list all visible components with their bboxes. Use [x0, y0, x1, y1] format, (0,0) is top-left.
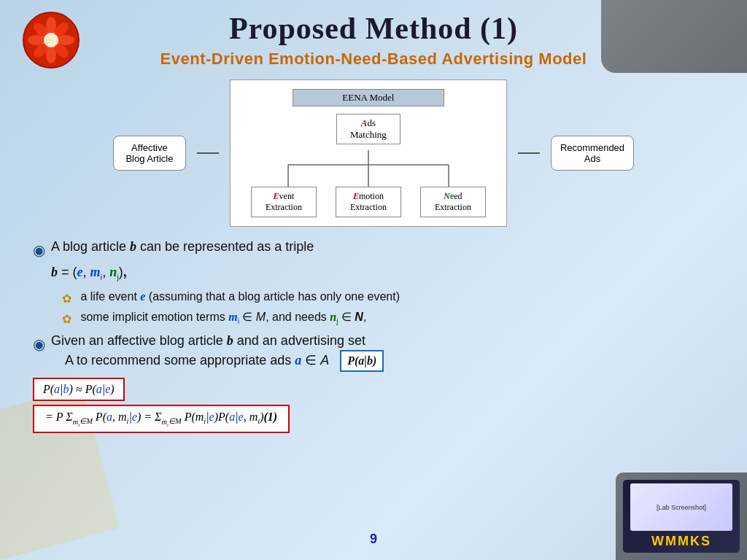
eena-model-box: EENA Model Ads Matching [230, 79, 507, 227]
sub-bullet-icon-2: ✿ [62, 311, 71, 327]
need-n: N [444, 191, 450, 201]
content-area: ◉ A blog article b can be represented as… [22, 238, 725, 372]
diagram-container: Affective Blog Article EENA Model Ads Ma… [22, 79, 725, 227]
wmmks-logo: [Lab Screenshot] WMMKS [623, 480, 740, 553]
page-number: 9 [370, 532, 377, 547]
right-arrow [518, 152, 540, 154]
formula-box-2: = P Σmi∈M P(a, mi|e) = Σmi∈M P(mi|e)P(a|… [33, 405, 290, 432]
ads-matching-box: Ads Matching [336, 114, 400, 144]
sub-bullet-2-text: some implicit emotion terms mi ∈ M, and … [77, 309, 366, 327]
wmmks-screenshot: [Lab Screenshot] [630, 483, 732, 531]
event-extraction-box: Event Extraction [251, 187, 317, 217]
left-box-line2: Blog Article [125, 153, 173, 164]
header: Proposed Method (1) [22, 11, 725, 46]
sub-bullet-1: ✿ a life event e (assuming that a blog a… [62, 289, 714, 307]
formula-2-content: = P Σmi∈M P(a, mi|e) = Σmi∈M P(mi|e)P(a|… [45, 411, 277, 423]
tree-branches: Event Extraction Emotion Extraction Need… [241, 187, 495, 217]
formula-1-content: P(a|b) ≈ P(a|e) [43, 383, 115, 395]
bullet-1: ◉ A blog article b can be represented as… [33, 238, 714, 260]
emotion-label: Extraction [350, 202, 387, 212]
logo [22, 11, 80, 69]
bullet-1-text: A blog article b can be represented as a… [51, 238, 314, 256]
need-rest: eed [450, 191, 462, 201]
right-box-line2: Ads [584, 153, 600, 164]
svg-point-10 [44, 33, 58, 47]
eena-label: EENA Model [293, 89, 445, 106]
diagram-left-box: Affective Blog Article [113, 136, 186, 171]
emotion-rest: motion [359, 191, 384, 201]
right-box-line1: Recommended [560, 142, 624, 153]
inline-formula-pab: P(a|b) [340, 350, 384, 372]
diagram-right-box: Recommended Ads [551, 136, 634, 171]
bullet-icon-1: ◉ [33, 240, 45, 260]
tree-connector-svg [244, 150, 492, 187]
emotion-e: E [353, 191, 359, 201]
formula-area: P(a|b) ≈ P(a|e) [22, 378, 725, 401]
bullet-3: ◉ Given an affective blog article b and … [33, 332, 714, 373]
formula-box-1: P(a|b) ≈ P(a|e) [33, 378, 125, 401]
left-arrow [197, 152, 219, 154]
bullet-2-text: b = (e, mi, nj), [51, 263, 127, 283]
need-extraction-box: Need Extraction [420, 187, 486, 217]
sub-bullet-icon-1: ✿ [62, 291, 71, 307]
event-label: Extraction [266, 202, 302, 212]
event-rest: vent [279, 191, 295, 201]
bullet-icon-3: ◉ [33, 334, 45, 354]
ads-matching: Ads Matching [241, 114, 495, 144]
wmmks-text: WMMKS [651, 534, 711, 549]
sub-bullet-2: ✿ some implicit emotion terms mi ∈ M, an… [62, 309, 714, 327]
left-box-line1: Affective [131, 142, 168, 153]
matching-label: Matching [350, 129, 387, 140]
formula-area-2: = P Σmi∈M P(a, mi|e) = Σmi∈M P(mi|e)P(a|… [22, 405, 725, 432]
subtitle: Event-Driven Emotion-Need-Based Advertis… [22, 50, 725, 69]
bullet-3-text: Given an affective blog article b and an… [51, 332, 384, 373]
ads-a: A [361, 117, 368, 128]
emotion-extraction-box: Emotion Extraction [336, 187, 401, 217]
sub-bullet-1-text: a life event e (assuming that a blog art… [77, 289, 400, 305]
need-label: Extraction [435, 202, 471, 212]
bullet-2: ◉ b = (e, mi, nj), [33, 263, 714, 286]
event-e: E [274, 191, 279, 201]
page-title: Proposed Method (1) [229, 11, 518, 46]
